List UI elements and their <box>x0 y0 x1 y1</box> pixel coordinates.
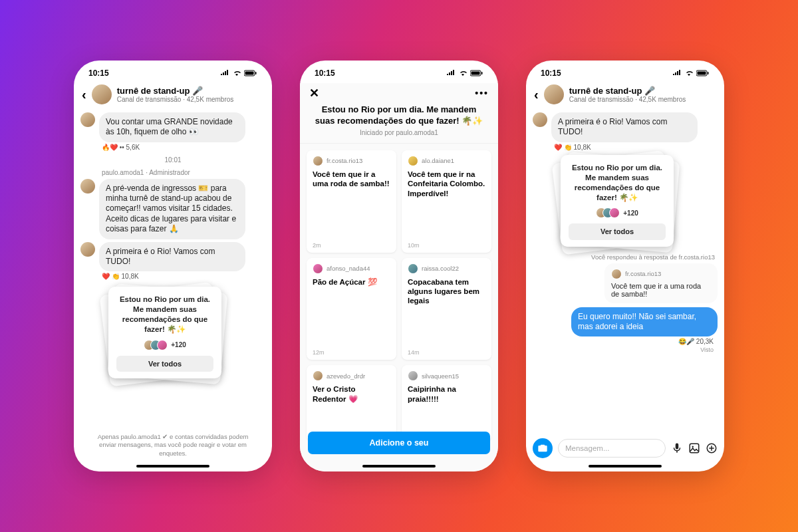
battery-icon <box>696 70 710 76</box>
channel-subtitle: Canal de transmissão · 42,5K membros <box>117 96 234 103</box>
reply-card[interactable]: afonso_nada44 Pão de Açúcar 💯 12m <box>307 258 396 360</box>
participant-avatars: +120 <box>116 340 213 350</box>
svg-point-10 <box>692 446 694 448</box>
seen-label: Visto <box>533 346 714 353</box>
camera-button[interactable] <box>533 438 553 458</box>
reply-username: alo.daiane1 <box>422 157 454 164</box>
mic-icon[interactable] <box>671 442 683 454</box>
participant-avatars: +120 <box>569 207 666 218</box>
prompt-card-stack[interactable]: Estou no Rio por um dia. Me mandem suas … <box>561 155 674 247</box>
reply-text: Caipirinha na praia!!!!! <box>408 384 485 437</box>
reply-text: Pão de Açúcar 💯 <box>313 277 390 347</box>
camera-icon <box>537 443 548 454</box>
signal-icon <box>220 70 229 76</box>
svg-rect-8 <box>708 72 709 74</box>
sender-avatar[interactable] <box>80 242 95 257</box>
more-icon[interactable]: ••• <box>475 88 489 98</box>
reply-card[interactable]: alo.daiane1 Você tem que ir na Confeitar… <box>402 150 491 253</box>
reply-avatar <box>313 263 323 274</box>
status-time: 10:15 <box>315 68 335 78</box>
reply-avatar <box>313 370 323 381</box>
sender-meta: paulo.amoda1 · Administrador <box>102 169 265 176</box>
see-all-button[interactable]: Ver todos <box>569 223 666 239</box>
status-bar: 10:15 <box>526 61 724 83</box>
svg-rect-9 <box>690 444 699 453</box>
status-time: 10:15 <box>541 68 561 78</box>
reply-text: Você tem que ir a uma roda de samba!! <box>313 170 390 239</box>
sender-avatar[interactable] <box>80 112 95 127</box>
phone-channel-feed: 10:15 ‹ turnê de stand-up 🎤 Canal de tra… <box>74 61 272 471</box>
message-bubble[interactable]: A primeira é o Rio! Vamos com TUDO! <box>99 242 245 272</box>
svg-rect-5 <box>481 72 483 74</box>
signal-icon <box>672 70 682 76</box>
message-placeholder: Mensagem... <box>565 444 609 452</box>
reply-text: Copacabana tem alguns lugares bem legais <box>408 277 485 347</box>
reply-card[interactable]: raissa.cool22 Copacabana tem alguns luga… <box>402 258 491 360</box>
status-bar: 10:15 <box>300 61 498 83</box>
message-bubble[interactable]: Vou contar uma GRANDE novidade às 10h, f… <box>99 112 245 142</box>
status-indicators <box>672 70 710 76</box>
message-list[interactable]: Vou contar uma GRANDE novidade às 10h, f… <box>74 110 272 428</box>
quoted-reply[interactable]: fr.costa.rio13 Você tem que ir a uma rod… <box>604 263 718 303</box>
participant-count: +120 <box>171 340 186 349</box>
add-yours-button[interactable]: Adicione o seu <box>308 432 490 454</box>
reply-context-label: Você respondeu à resposta de fr.costa.ri… <box>533 253 715 261</box>
status-indicators <box>220 70 257 76</box>
reaction-bar[interactable]: 😂🎤 20,3K <box>533 338 714 345</box>
prompt-subtitle: Iniciado por paulo.amoda1 <box>309 129 489 136</box>
prompt-card[interactable]: Estou no Rio por um dia. Me mandem suas … <box>108 287 221 378</box>
home-indicator <box>589 465 662 467</box>
reply-avatar <box>408 156 418 166</box>
channel-avatar[interactable] <box>544 84 564 104</box>
signal-icon <box>446 70 456 76</box>
prompt-card-title: Estou no Rio por um dia. Me mandem suas … <box>116 295 213 334</box>
wifi-icon <box>684 70 694 76</box>
battery-icon <box>244 70 257 76</box>
channel-title[interactable]: turnê de stand-up 🎤 <box>117 86 234 96</box>
message-bubble[interactable]: A pré-venda de ingressos 🎫 para minha tu… <box>99 179 245 239</box>
phone-prompt-replies: 10:15 ✕ ••• Estou no Rio por um dia. Me … <box>300 61 498 471</box>
svg-rect-4 <box>471 72 480 75</box>
sender-avatar[interactable] <box>80 179 95 194</box>
reply-card[interactable]: silvaqueen15 Caipirinha na praia!!!!! <box>402 365 491 441</box>
replies-grid[interactable]: fr.costa.rio13 Você tem que ir a uma rod… <box>300 144 498 471</box>
channel-avatar[interactable] <box>92 84 112 104</box>
sender-avatar[interactable] <box>533 112 547 127</box>
quoted-username: fr.costa.rio13 <box>625 270 661 277</box>
phone-channel-reply: 10:15 ‹ turnê de stand-up 🎤 Canal de tra… <box>526 61 724 471</box>
channel-title[interactable]: turnê de stand-up 🎤 <box>569 86 686 96</box>
reply-time: 14m <box>408 349 485 356</box>
my-message-bubble[interactable]: Eu quero muito!! Não sei sambar, mas ado… <box>571 307 718 337</box>
reply-avatar <box>408 370 418 381</box>
reaction-bar[interactable]: ❤️ 👏 10,8K <box>554 144 718 151</box>
wifi-icon <box>458 70 467 76</box>
channel-subtitle: Canal de transmissão · 42,5K membros <box>569 96 686 103</box>
reply-avatar <box>313 156 323 166</box>
prompt-card-stack[interactable]: Estou no Rio por um dia. Me mandem suas … <box>108 287 221 378</box>
reaction-bar[interactable]: 🔥❤️ •• 5,6K <box>102 144 265 151</box>
back-icon[interactable]: ‹ <box>82 87 86 102</box>
quoted-text: Você tem que ir a uma roda de samba!! <box>611 282 711 298</box>
reply-username: raissa.cool22 <box>422 265 459 272</box>
image-icon[interactable] <box>688 442 700 454</box>
message-bubble[interactable]: A primeira é o Rio! Vamos com TUDO! <box>551 112 698 142</box>
plus-icon[interactable] <box>706 442 718 454</box>
svg-rect-2 <box>255 72 257 74</box>
reply-avatar <box>408 263 418 274</box>
participant-count: +120 <box>623 209 638 217</box>
prompt-title: Estou no Rio por um dia. Me mandem suas … <box>309 104 489 127</box>
channel-header: ‹ turnê de stand-up 🎤 Canal de transmiss… <box>74 83 272 110</box>
svg-rect-7 <box>698 72 706 75</box>
close-icon[interactable]: ✕ <box>309 86 319 100</box>
reply-text: Você tem que ir na Confeitaria Colombo. … <box>408 170 485 239</box>
reply-time: 10m <box>408 242 485 249</box>
reply-card[interactable]: azevedo_drdr Ver o Cristo Redentor 💗 <box>307 365 396 441</box>
timestamp: 10:01 <box>80 156 265 164</box>
reaction-bar[interactable]: ❤️ 👏 10,8K <box>102 273 265 280</box>
reply-card[interactable]: fr.costa.rio13 Você tem que ir a uma rod… <box>307 150 396 253</box>
message-list[interactable]: A primeira é o Rio! Vamos com TUDO! ❤️ 👏… <box>526 110 724 433</box>
back-icon[interactable]: ‹ <box>534 87 539 102</box>
prompt-card[interactable]: Estou no Rio por um dia. Me mandem suas … <box>561 155 674 247</box>
see-all-button[interactable]: Ver todos <box>116 356 213 372</box>
message-input[interactable]: Mensagem... <box>558 439 666 458</box>
